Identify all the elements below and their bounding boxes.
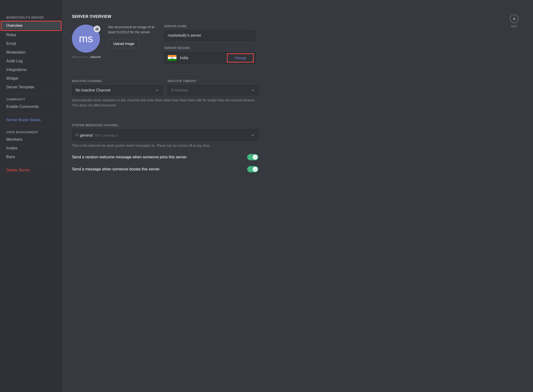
server-name-input[interactable] [164,30,256,41]
server-avatar[interactable]: ms [72,25,100,53]
sidebar-item-audit-log[interactable]: Audit Log [1,57,61,65]
sidebar-item-server-template[interactable]: Server Template [1,83,61,91]
toggle-knob [253,167,258,172]
system-channel-select[interactable]: #generalTEXT CHANNELS [72,129,258,141]
overview-top-row: ms Minimum Size: 128x128 We recommend an… [72,25,523,64]
sidebar-item-members[interactable]: Members [1,135,61,144]
chevron-down-icon [155,88,159,92]
upload-section: We recommend an image of at least 512x51… [108,25,156,64]
server-region-label: SERVER REGION [164,46,256,50]
close-button-group: ESC [510,14,519,28]
boost-message-row: Send a message when someone boosts this … [72,166,258,172]
close-icon [512,17,516,21]
server-name-region-section: SERVER NAME SERVER REGION India Change [164,25,256,64]
sidebar-item-integrations[interactable]: Integrations [1,66,61,74]
sidebar-item-overview[interactable]: Overview [1,21,61,30]
inactive-channel-select[interactable]: No Inactive Channel [72,85,163,95]
change-region-button[interactable]: Change [228,55,252,61]
welcome-message-toggle[interactable] [247,154,258,160]
settings-sidebar: MARKETEDLY'S SERVER Overview Roles Emoji… [0,0,62,392]
svg-rect-1 [97,28,98,28]
close-button[interactable] [510,14,519,23]
sidebar-item-delete-server[interactable]: Delete Server [1,166,61,174]
main-content: ESC SERVER OVERVIEW ms Minimum Size: 128… [62,0,533,392]
inactive-timeout-label: INACTIVE TIMEOUT [168,79,258,83]
system-channel-value: #generalTEXT CHANNELS [76,132,118,138]
divider [5,163,57,164]
recommend-text: We recommend an image of at least 512x51… [108,25,156,35]
sidebar-section-community: COMMUNITY [1,96,61,103]
sidebar-item-roles[interactable]: Roles [1,31,61,39]
chevron-down-icon [251,88,255,92]
toggle-knob [253,155,258,160]
welcome-message-row: Send a random welcome message when someo… [72,154,258,160]
inactive-channel-label: INACTIVE CHANNEL [72,79,163,83]
sidebar-item-bans[interactable]: Bans [1,153,61,161]
upload-image-icon[interactable] [94,26,100,32]
sidebar-item-widget[interactable]: Widget [1,74,61,83]
inactive-helper-text: Automatically move members to this chann… [72,98,258,108]
sidebar-item-boost-status[interactable]: Server Boost Status [1,116,61,124]
sidebar-item-enable-community[interactable]: Enable Community [1,103,61,111]
highlight-change-button: Change [227,53,254,63]
esc-label: ESC [510,25,519,28]
divider [5,113,57,113]
divider [5,94,57,94]
inactive-channel-value: No Inactive Channel [76,88,110,92]
inactive-timeout-select[interactable]: 5 minutes [168,85,258,95]
system-channel-label: SYSTEM MESSAGES CHANNEL [72,124,258,127]
server-region-row: India Change [164,52,256,64]
divider [5,126,57,127]
highlight-overview: Overview [1,21,62,31]
divider [72,118,258,118]
sidebar-section-server: MARKETEDLY'S SERVER [1,14,61,21]
india-flag-icon [168,55,176,61]
system-helper-text: This is the channel we send system event… [72,143,258,148]
sidebar-item-invites[interactable]: Invites [1,144,61,152]
server-name-label: SERVER NAME [164,25,256,28]
page-title: SERVER OVERVIEW [72,14,523,19]
region-name: India [180,56,224,60]
boost-message-toggle[interactable] [247,166,258,172]
divider [72,73,258,74]
min-size-text: Minimum Size: 128x128 [72,56,100,58]
hash-icon: # [76,132,78,138]
inactive-timeout-value: 5 minutes [171,88,188,92]
avatar-section: ms Minimum Size: 128x128 [72,25,100,64]
welcome-message-label: Send a random welcome message when someo… [72,155,187,159]
sidebar-item-moderation[interactable]: Moderation [1,48,61,56]
sidebar-item-emoji[interactable]: Emoji [1,40,61,48]
inactive-row: INACTIVE CHANNEL No Inactive Channel INA… [72,79,258,95]
boost-message-label: Send a message when someone boosts this … [72,167,160,171]
upload-image-button[interactable]: Upload Image [108,39,139,48]
sidebar-section-user-mgmt: USER MANAGEMENT [1,129,61,135]
chevron-down-icon [251,133,255,137]
